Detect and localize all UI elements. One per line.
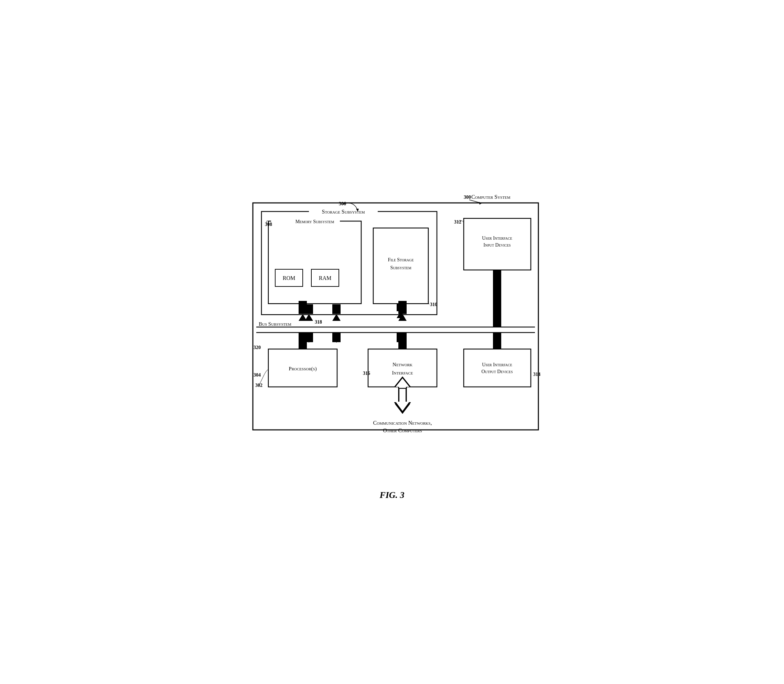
memory-subsystem-label: Memory Subsystem: [295, 219, 334, 224]
network-interface-label-1: Network: [393, 362, 412, 367]
rom-label: ROM: [283, 275, 295, 281]
ram-label: RAM: [318, 275, 331, 281]
arrow-file-up-stem: [397, 304, 405, 311]
fig-label-container: FIG. 3: [380, 490, 404, 500]
n304-label: 304: [254, 373, 261, 377]
n306-label: 306: [339, 201, 346, 206]
memory-subsystem-box: [268, 221, 361, 304]
comm-networks-label-2: Other Computers: [383, 428, 422, 433]
n320-label: 320: [254, 345, 261, 350]
n300-label: 300: [464, 195, 471, 200]
arrow-stor2-up-stem: [332, 304, 341, 314]
storage-subsystem-box: [262, 211, 437, 315]
file-storage-label-2: Subsystem: [390, 265, 411, 270]
ui-output-label-2: Output Devices: [481, 369, 512, 374]
n312-label: 312: [454, 219, 461, 224]
comm-networks-label-1: Communication Networks,: [373, 420, 432, 426]
arrow-uiin-mid-stem: [493, 281, 501, 327]
network-interface-label-2: Interface: [392, 370, 413, 376]
fig-label: FIG. 3: [380, 490, 404, 500]
arrow-300-head: [479, 202, 482, 205]
n314-label: 314: [533, 372, 540, 377]
n316-label: 316: [363, 371, 370, 376]
file-storage-label-1: File Storage: [388, 257, 414, 262]
n308-label: 308: [265, 222, 272, 227]
processors-label: Processor(s): [289, 366, 317, 372]
comm-arrow-group: [394, 377, 411, 414]
bus-subsystem-label: Bus Subsystem: [259, 321, 291, 327]
arrow-proc-up-stem: [299, 301, 307, 314]
computer-system-title: Computer System: [471, 194, 511, 200]
arc-302: [259, 370, 268, 386]
n318-label: 318: [315, 319, 322, 325]
ui-input-label-2: Input Devices: [483, 242, 511, 248]
arrow-uiin-up-body: [493, 270, 501, 281]
ui-output-box: [464, 349, 531, 387]
n310-label: 310: [430, 302, 437, 307]
main-diagram: 300 Computer System Storage Subsystem 30…: [234, 184, 550, 487]
ui-output-label-1: User Interface: [482, 362, 512, 367]
ui-input-label-1: User Interface: [482, 236, 512, 241]
